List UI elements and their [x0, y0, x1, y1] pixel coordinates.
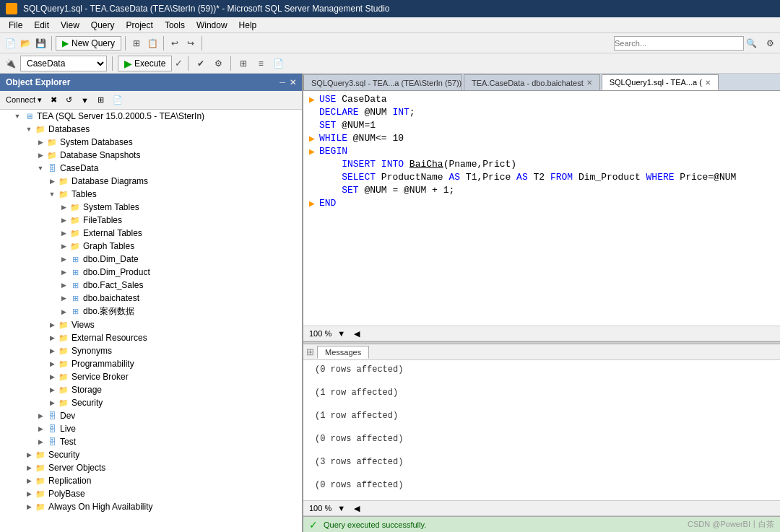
toggle-always-on[interactable]: ▶	[23, 501, 35, 513]
menu-view[interactable]: View	[55, 19, 85, 32]
toggle-ext-resources[interactable]: ▶	[46, 332, 58, 344]
tab-sqlquery1[interactable]: SQLQuery1.sql - TEA...a ( ✕	[602, 74, 719, 90]
tree-synonyms[interactable]: ▶ 📁 Synonyms	[0, 344, 302, 357]
scroll-left-icon[interactable]: ◀	[354, 329, 360, 339]
toggle-casedata-security[interactable]: ▶	[46, 397, 58, 409]
tree-external-tables[interactable]: ▶ 📁 External Tables	[0, 227, 302, 240]
tree-dim-product[interactable]: ▶ ⊞ dbo.Dim_Product	[0, 266, 302, 279]
tab-baichatest[interactable]: TEA.CaseData - dbo.baichatest ✕	[464, 74, 600, 90]
tree-programmability[interactable]: ▶ 📁 Programmability	[0, 357, 302, 370]
results-tab-messages[interactable]: Messages	[317, 346, 369, 359]
tree-baichatest[interactable]: ▶ ⊞ dbo.baichatest	[0, 292, 302, 305]
toggle-snapshots[interactable]: ▶	[35, 149, 46, 161]
toggle-system-db[interactable]: ▶	[35, 136, 46, 148]
tab-baichatest-close[interactable]: ✕	[586, 79, 592, 87]
toggle-dim-date[interactable]: ▶	[58, 253, 69, 265]
tree-security[interactable]: ▶ 📁 Security	[0, 448, 302, 461]
tree-server[interactable]: ▼ 🖥 TEA (SQL Server 15.0.2000.5 - TEA\St…	[0, 110, 302, 123]
open-icon[interactable]: 📂	[18, 36, 32, 51]
tree-system-databases[interactable]: ▶ 📁 System Databases	[0, 136, 302, 149]
toggle-live[interactable]: ▶	[35, 423, 46, 435]
toggle-graph-tables[interactable]: ▶	[58, 240, 69, 252]
tree-dev[interactable]: ▶ 🗄 Dev	[0, 409, 302, 422]
toggle-casedata[interactable]: ▼	[35, 162, 46, 174]
tree-case-data-table[interactable]: ▶ ⊞ dbo.案例数据	[0, 305, 302, 318]
settings-icon[interactable]: ⚙	[763, 36, 777, 51]
tree-tables[interactable]: ▼ 📁 Tables	[0, 188, 302, 201]
tree-service-broker[interactable]: ▶ 📁 Service Broker	[0, 370, 302, 383]
tab-sqlquery1-close[interactable]: ✕	[705, 79, 711, 87]
object-explorer-tree[interactable]: ▼ 🖥 TEA (SQL Server 15.0.2000.5 - TEA\St…	[0, 110, 302, 532]
toggle-diagrams[interactable]: ▶	[46, 175, 58, 187]
toggle-filetables[interactable]: ▶	[58, 214, 69, 226]
tree-polybase[interactable]: ▶ 📁 PolyBase	[0, 487, 302, 500]
undo-icon[interactable]: ↩	[168, 36, 182, 51]
toggle-test[interactable]: ▶	[35, 436, 46, 448]
new-file-icon[interactable]: 📄	[3, 36, 17, 51]
close-panel-icon[interactable]: ✕	[290, 78, 296, 87]
toggle-server-objects[interactable]: ▶	[23, 462, 35, 474]
tree-always-on[interactable]: ▶ 📁 Always On High Availability	[0, 500, 302, 513]
execute-button[interactable]: ▶ Execute	[118, 56, 172, 71]
tree-filetables[interactable]: ▶ 📁 FileTables	[0, 214, 302, 227]
toggle-server[interactable]: ▼	[12, 110, 23, 122]
toggle-fact-sales[interactable]: ▶	[58, 279, 69, 291]
pin-icon[interactable]: ─	[280, 78, 285, 87]
toggle-polybase[interactable]: ▶	[23, 488, 35, 500]
tree-casedata[interactable]: ▼ 🗄 CaseData	[0, 162, 302, 175]
tree-system-tables[interactable]: ▶ 📁 System Tables	[0, 201, 302, 214]
toggle-ext-tables[interactable]: ▶	[58, 227, 69, 239]
toggle-tables[interactable]: ▼	[46, 188, 58, 200]
scroll-left-icon-2[interactable]: ◀	[354, 504, 360, 513]
menu-file[interactable]: File	[3, 19, 28, 32]
toggle-programmability[interactable]: ▶	[46, 358, 58, 370]
database-selector[interactable]: CaseData	[20, 56, 107, 71]
menu-help[interactable]: Help	[233, 19, 263, 32]
code-editor[interactable]: ▶ USE CaseData DECLARE @NUM INT; SET @NU…	[303, 91, 780, 326]
oe-refresh-btn[interactable]: ↺	[63, 94, 75, 106]
tree-fact-sales[interactable]: ▶ ⊞ dbo.Fact_Sales	[0, 279, 302, 292]
parse-icon[interactable]: ✔	[194, 56, 208, 71]
redo-icon[interactable]: ↪	[183, 36, 198, 51]
results-text-icon[interactable]: ≡	[254, 56, 268, 71]
menu-query[interactable]: Query	[85, 19, 121, 32]
toggle-replication[interactable]: ▶	[23, 475, 35, 487]
menu-edit[interactable]: Edit	[28, 19, 55, 32]
tree-databases[interactable]: ▼ 📁 Databases	[0, 123, 302, 136]
oe-connect-btn[interactable]: Connect ▾	[3, 94, 45, 106]
save-icon[interactable]: 💾	[33, 36, 48, 51]
toggle-views[interactable]: ▶	[46, 319, 58, 331]
search-icon[interactable]: 🔍	[744, 36, 758, 51]
menu-window[interactable]: Window	[191, 19, 233, 32]
paste-icon[interactable]: 📋	[145, 36, 160, 51]
tree-dim-date[interactable]: ▶ ⊞ dbo.Dim_Date	[0, 253, 302, 266]
toggle-service-broker[interactable]: ▶	[46, 371, 58, 383]
results-file-icon[interactable]: 📄	[271, 56, 285, 71]
connect-icon[interactable]: 🔌	[3, 56, 17, 71]
zoom-arrow[interactable]: ▼	[337, 329, 345, 338]
toggle-sys-tables[interactable]: ▶	[58, 201, 69, 213]
toggle-databases[interactable]: ▼	[23, 123, 35, 135]
oe-filter-btn[interactable]: ▼	[78, 95, 92, 106]
tree-db-diagrams[interactable]: ▶ 📁 Database Diagrams	[0, 175, 302, 188]
new-query-button[interactable]: ▶ New Query	[56, 36, 121, 51]
toggle-case-data-table[interactable]: ▶	[58, 306, 69, 318]
oe-new-query-btn[interactable]: 📄	[110, 94, 126, 106]
tree-test[interactable]: ▶ 🗄 Test	[0, 435, 302, 448]
debug-icon[interactable]: ⚙	[211, 56, 225, 71]
oe-disconnect-btn[interactable]: ✖	[48, 94, 60, 106]
tree-views[interactable]: ▶ 📁 Views	[0, 318, 302, 331]
toggle-dim-product[interactable]: ▶	[58, 266, 69, 278]
copy-icon[interactable]: ⊞	[129, 36, 144, 51]
tree-live[interactable]: ▶ 🗄 Live	[0, 422, 302, 435]
toggle-baichatest[interactable]: ▶	[58, 292, 69, 304]
toggle-security[interactable]: ▶	[23, 449, 35, 461]
tree-db-snapshots[interactable]: ▶ 📁 Database Snapshots	[0, 149, 302, 162]
menu-tools[interactable]: Tools	[159, 19, 191, 32]
search-input[interactable]	[614, 36, 744, 51]
tree-graph-tables[interactable]: ▶ 📁 Graph Tables	[0, 240, 302, 253]
toggle-storage[interactable]: ▶	[46, 384, 58, 396]
tree-casedata-security[interactable]: ▶ 📁 Security	[0, 396, 302, 409]
tree-server-objects[interactable]: ▶ 📁 Server Objects	[0, 461, 302, 474]
zoom-arrow-2[interactable]: ▼	[337, 504, 345, 513]
